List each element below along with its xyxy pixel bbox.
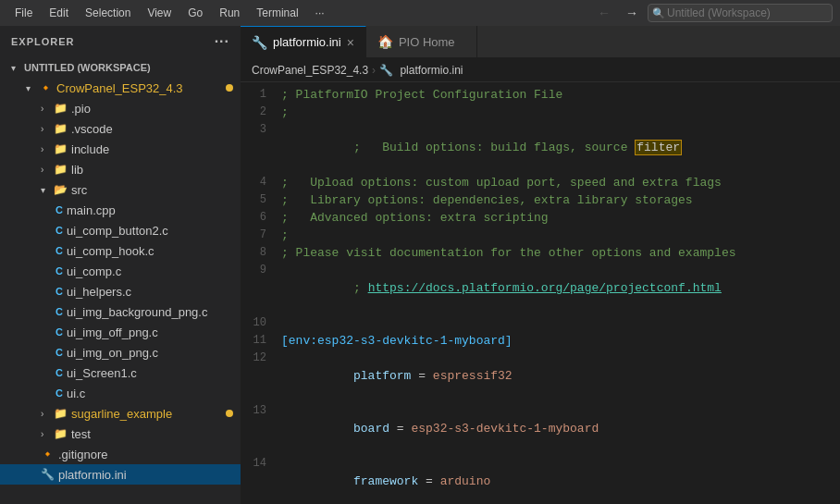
line9-link[interactable]: https://docs.platformio.org/page/project… — [368, 281, 722, 295]
c-icon-comp: C — [56, 265, 63, 277]
c-icon-on: C — [56, 347, 63, 358]
line3-comment: ; Build options: build flags, source — [353, 141, 635, 154]
sidebar-item-platformio-ini[interactable]: 🔧 platformio.ini — [0, 464, 241, 485]
tab-pio-home[interactable]: 🏠 PIO Home — [366, 26, 477, 57]
val-platform: espressif32 — [433, 369, 513, 383]
tab-platformio-close[interactable]: × — [347, 35, 354, 50]
sidebar-item-include[interactable]: › 📁 include — [0, 139, 241, 159]
folder-icon-test: 📁 — [54, 427, 68, 440]
sidebar-item-ui-helpers[interactable]: C ui_helpers.c — [0, 281, 241, 301]
line-num-6: 6 — [241, 209, 281, 227]
sidebar-item-ui-img-on[interactable]: C ui_img_on_png.c — [0, 342, 241, 363]
code-line-3: 3 ; Build options: build flags, source f… — [241, 121, 840, 174]
breadcrumb-project[interactable]: CrowPanel_ESP32_4.3 — [252, 64, 368, 77]
code-line-4: 4 ; Upload options: custom upload port, … — [241, 174, 840, 191]
line-content-6: ; Advanced options: extra scripting — [281, 209, 840, 227]
c-icon-hook: C — [56, 245, 63, 256]
val-framework: arduino — [440, 474, 491, 488]
code-line-5: 5 ; Library options: dependencies, extra… — [241, 191, 840, 209]
line-num-9: 9 — [241, 262, 281, 279]
sidebar-item-ui-c[interactable]: C ui.c — [0, 383, 241, 403]
menu-go[interactable]: Go — [180, 5, 210, 21]
search-input[interactable] — [648, 4, 833, 22]
menu-view[interactable]: View — [140, 5, 179, 21]
code-line-13: 13 board = esp32-s3-devkitc-1-myboard — [241, 402, 840, 455]
sidebar-item-vscode[interactable]: › 📁 .vscode — [0, 118, 241, 139]
c-icon-ui: C — [56, 387, 63, 399]
sidebar-item-ui-img-off[interactable]: C ui_img_off_png.c — [0, 322, 241, 342]
menu-terminal[interactable]: Terminal — [249, 5, 305, 21]
sidebar-item-gitignore[interactable]: 🔸 .gitignore — [0, 444, 241, 464]
line-content-12: platform = espressif32 — [281, 350, 840, 402]
line3-highlight: filter — [635, 140, 682, 155]
ui-c-label: ui.c — [67, 387, 85, 400]
tab-home-icon: 🏠 — [377, 34, 393, 49]
sidebar-item-ui-comp-button2[interactable]: C ui_comp_button2.c — [0, 220, 241, 240]
nav-forward[interactable]: → — [620, 4, 644, 22]
line-content-4: ; Upload options: custom upload port, sp… — [281, 174, 840, 191]
ui-comp-button2-label: ui_comp_button2.c — [67, 224, 168, 238]
line-content-7: ; — [281, 227, 840, 244]
line-content-5: ; Library options: dependencies, extra l… — [281, 191, 840, 209]
menu-selection[interactable]: Selection — [78, 5, 138, 21]
line-num-3: 3 — [241, 121, 281, 139]
sidebar-more-button[interactable]: ··· — [215, 33, 229, 50]
key-framework: framework — [353, 474, 418, 488]
code-line-8: 8 ; Please visit documentation for the o… — [241, 244, 840, 262]
nav-area: ← → 🔍 — [592, 4, 833, 22]
line-content-3: ; Build options: build flags, source fil… — [281, 121, 840, 174]
menubar: File Edit Selection View Go Run Terminal… — [0, 0, 840, 26]
folder-icon-sugarline: 📁 — [54, 407, 68, 420]
search-bar-wrapper: 🔍 — [648, 4, 833, 22]
code-line-11: 11 [env:esp32-s3-devkitc-1-myboard] — [241, 332, 840, 350]
breadcrumb: CrowPanel_ESP32_4.3 › 🔧 platformio.ini — [241, 58, 840, 82]
code-line-2: 2 ; — [241, 104, 840, 121]
sidebar-item-ui-comp[interactable]: C ui_comp.c — [0, 261, 241, 281]
pio-label: .pio — [71, 102, 91, 116]
menu-run[interactable]: Run — [212, 5, 247, 21]
code-line-1: 1 ; PlatformIO Project Configuration Fil… — [241, 86, 840, 104]
sidebar-item-main-cpp[interactable]: C main.cpp — [0, 200, 241, 220]
nav-back[interactable]: ← — [592, 4, 616, 22]
menu-more[interactable]: ··· — [308, 5, 332, 21]
sidebar: EXPLORER ··· ▾ UNTITLED (WORKSPACE) ▾ 🔸 … — [0, 26, 241, 504]
sidebar-item-ui-img-background[interactable]: C ui_img_background_png.c — [0, 301, 241, 322]
menu-file[interactable]: File — [7, 5, 40, 21]
sidebar-item-src[interactable]: ▾ 📂 src — [0, 179, 241, 200]
c-icon-helpers: C — [56, 286, 63, 297]
include-label: include — [71, 142, 109, 156]
project-root[interactable]: ▾ 🔸 CrowPanel_ESP32_4.3 — [0, 78, 241, 98]
line-content-9: ; https://docs.platformio.org/page/proje… — [281, 262, 840, 314]
sidebar-item-lib[interactable]: › 📁 lib — [0, 159, 241, 179]
code-line-12: 12 platform = espressif32 — [241, 350, 840, 402]
line-num-10: 10 — [241, 314, 281, 332]
test-label: test — [71, 427, 91, 441]
project-label: CrowPanel_ESP32_4.3 — [56, 81, 183, 95]
code-line-10: 10 — [241, 314, 840, 332]
line-num-7: 7 — [241, 227, 281, 244]
sidebar-item-ui-comp-hook[interactable]: C ui_comp_hook.c — [0, 240, 241, 261]
sidebar-item-sugarline[interactable]: › 📁 sugarline_example — [0, 403, 241, 424]
tab-home-label: PIO Home — [399, 35, 455, 49]
breadcrumb-file-icon: 🔧 — [379, 64, 393, 77]
menu-edit[interactable]: Edit — [42, 5, 76, 21]
src-label: src — [71, 183, 87, 197]
code-line-6: 6 ; Advanced options: extra scripting — [241, 209, 840, 227]
sidebar-item-ui-screen1[interactable]: C ui_Screen1.c — [0, 363, 241, 383]
file-icon-gitignore: 🔸 — [41, 448, 55, 461]
platformio-ini-label: platformio.ini — [58, 468, 127, 482]
sidebar-item-test[interactable]: › 📁 test — [0, 424, 241, 444]
ui-img-on-label: ui_img_on_png.c — [67, 346, 158, 360]
tab-platformio-ini[interactable]: 🔧 platformio.ini × — [241, 26, 366, 57]
ini-icon: 🔧 — [41, 468, 55, 481]
line-num-12: 12 — [241, 350, 281, 367]
folder-icon-vscode: 📁 — [54, 122, 68, 135]
ui-screen1-label: ui_Screen1.c — [67, 366, 137, 380]
sidebar-item-pio[interactable]: › 📁 .pio — [0, 98, 241, 118]
search-icon: 🔍 — [652, 7, 665, 19]
code-editor[interactable]: 1 ; PlatformIO Project Configuration Fil… — [241, 82, 840, 504]
workspace-root[interactable]: ▾ UNTITLED (WORKSPACE) — [0, 57, 241, 78]
project-modified-dot — [226, 84, 233, 92]
editor-area: 🔧 platformio.ini × 🏠 PIO Home CrowPanel_… — [241, 26, 840, 504]
line-num-14: 14 — [241, 455, 281, 473]
